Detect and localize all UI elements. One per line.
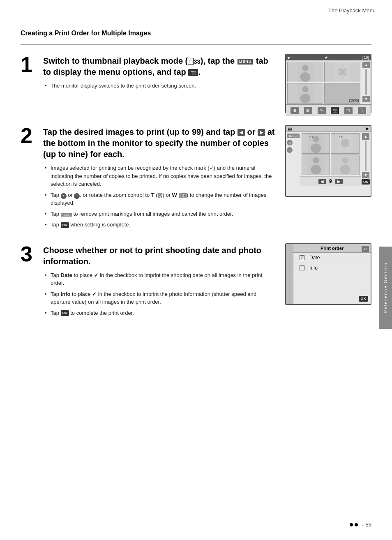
step-3-bullet-1: Tap Date to place ✔ in the checkbox to i… <box>43 271 275 287</box>
camera-screen-step1: ▶ ★ [ 10] <box>285 54 371 113</box>
step-1-block: 1 Switch to thumbnail playback mode (□33… <box>21 54 371 113</box>
step-3-bullets: Tap Date to place ✔ in the checkbox to i… <box>43 271 275 317</box>
step-1-main-text: Switch to thumbnail playback mode (□33),… <box>43 55 275 78</box>
footer-arrow: → <box>360 522 364 527</box>
step-1-content: Switch to thumbnail playback mode (□33),… <box>43 54 275 113</box>
menu-tag: MENU <box>238 59 254 65</box>
step-2-content: Tap the desired images to print (up to 9… <box>43 125 275 232</box>
svg-point-7 <box>335 69 340 74</box>
grid-cell-4: MENU <box>324 83 360 104</box>
person-svg-3 <box>288 83 323 103</box>
ok-final-icon: OK <box>61 310 69 316</box>
step-3-number: 3 <box>21 243 43 265</box>
step-3-bullet-2: Tap Info to place ✔ in the checkbox to i… <box>43 290 275 306</box>
scroll-up: ▲ <box>362 62 370 68</box>
cam-icon-trash: 🗑 <box>291 107 299 114</box>
scroll-bar <box>365 69 367 95</box>
step-1-number: 1 <box>21 54 43 75</box>
page-number: 55 <box>366 522 371 528</box>
prev-btn: ◀ <box>318 179 326 184</box>
step-1-left: Switch to thumbnail playback mode (□33),… <box>43 54 371 113</box>
step-2-bullet-1: Images selected for printing can be reco… <box>43 164 275 188</box>
step-2-bullet-2: Tap + or −, or rotate the zoom control t… <box>43 191 275 207</box>
cam1-scroll: ▲ ▼ <box>362 60 371 104</box>
svg-point-24 <box>340 165 350 174</box>
cam-icon-4: ◫ <box>344 107 353 114</box>
dot-icon-1 <box>350 523 353 526</box>
page-ref-icon: □ <box>188 58 194 65</box>
svg-point-8 <box>345 69 350 74</box>
cam1-topbar: ▶ ★ [ 10] <box>286 55 371 60</box>
page-footer: → 55 <box>350 522 371 528</box>
camera-screen-step2: 📷 ▶ RESET Q − <box>285 125 371 197</box>
cam2-grid: ✓1 ✓9 <box>300 132 361 176</box>
cam2-top: 📷 ▶ <box>286 126 371 132</box>
cam1-grid-area: MENU <box>286 60 362 104</box>
side-tab-label: Reference Section <box>383 262 388 314</box>
divider <box>21 44 371 45</box>
step-2-number: 2 <box>21 125 43 146</box>
svg-point-20 <box>313 157 319 164</box>
main-content: Creating a Print Order for Multiple Imag… <box>0 17 392 344</box>
step-2-main-text: Tap the desired images to print (up to 9… <box>43 127 275 160</box>
cam2-down: ▼ <box>362 172 369 178</box>
cam2-cell-1: ✓1 <box>302 133 330 154</box>
zoom-in-icon: + <box>61 193 67 199</box>
step-3-content: Choose whether or not to print shooting … <box>43 243 275 320</box>
grid-cell-2 <box>324 62 360 82</box>
svg-point-21 <box>311 165 321 174</box>
back-icon: ↩ <box>362 246 369 252</box>
date-row: ✓ Date <box>293 253 371 263</box>
svg-point-14 <box>311 143 321 153</box>
info-checkbox <box>300 265 304 270</box>
page-header: The Playback Menu <box>0 0 392 17</box>
svg-point-6 <box>340 74 345 79</box>
cam1-grid: MENU <box>286 60 362 104</box>
svg-point-10 <box>302 86 308 92</box>
cam2-cell-3 <box>302 155 330 175</box>
cam2-cell-2: ✓9 <box>331 133 360 154</box>
dot-icon-2 <box>355 523 358 526</box>
svg-point-23 <box>342 157 348 164</box>
scroll-down: ▼ <box>362 96 370 102</box>
flower-svg <box>325 62 360 82</box>
step-1-bullets: The monitor display switches to the prin… <box>43 82 275 90</box>
zoom-out-icon: − <box>74 193 80 199</box>
step-2-image: 📷 ▶ RESET Q − <box>285 125 371 232</box>
step-2-bullet-4: Tap OK when setting is complete. <box>43 221 275 229</box>
svg-point-2 <box>300 72 311 82</box>
ok-inline-icon: OK <box>61 222 69 228</box>
step-3-bullet-3: Tap OK to complete the print order. <box>43 309 275 317</box>
step-3-main-text: Choose whether or not to print shooting … <box>43 245 275 267</box>
person-svg-1 <box>288 62 323 82</box>
cam-icon-on: On <box>318 107 326 114</box>
svg-point-13 <box>313 136 319 142</box>
left-arrow-btn: ◀ <box>238 129 245 136</box>
section-title: Creating a Print Order for Multiple Imag… <box>21 30 371 37</box>
cam2-left-icons: RESET Q − <box>286 132 300 186</box>
info-row: Info <box>293 263 371 273</box>
step-2-left: Tap the desired images to print (up to 9… <box>43 125 371 232</box>
q-icon: Q <box>287 140 293 145</box>
grid-cell-3 <box>287 83 323 104</box>
cam2-scrollbar <box>365 141 367 171</box>
cam-icon-2: ▦ <box>304 107 312 114</box>
svg-point-17 <box>341 138 350 147</box>
cam-icon-wrench: 🔧 <box>358 107 366 114</box>
cam1-body: MENU ▲ ▼ <box>286 60 371 104</box>
date-checkbox: ✓ <box>300 255 304 260</box>
cam-icon-print: 📷 <box>331 107 339 114</box>
svg-point-11 <box>300 94 311 103</box>
cam2-copy-selector: ◀ 9 ▶ <box>300 176 361 186</box>
cam2-scroll: ▲ ▼ OK <box>361 132 371 186</box>
left-strip <box>286 244 293 304</box>
cam2-body: RESET Q − <box>286 132 371 186</box>
step-2-bullets: Images selected for printing can be reco… <box>43 164 275 229</box>
step-2-block: 2 Tap the desired images to print (up to… <box>21 125 371 232</box>
camera-screen-step3: ↩ Print order ✓ Date Info OK <box>285 243 371 305</box>
cam1-bottom-bar: 🗑 ▦ On 📷 ◫ 🔧 <box>286 104 371 116</box>
step-3-left: Choose whether or not to print shooting … <box>43 243 371 320</box>
svg-text:✓9: ✓9 <box>338 135 343 138</box>
next-btn: ▶ <box>335 179 343 184</box>
header-title: The Playback Menu <box>328 7 376 14</box>
